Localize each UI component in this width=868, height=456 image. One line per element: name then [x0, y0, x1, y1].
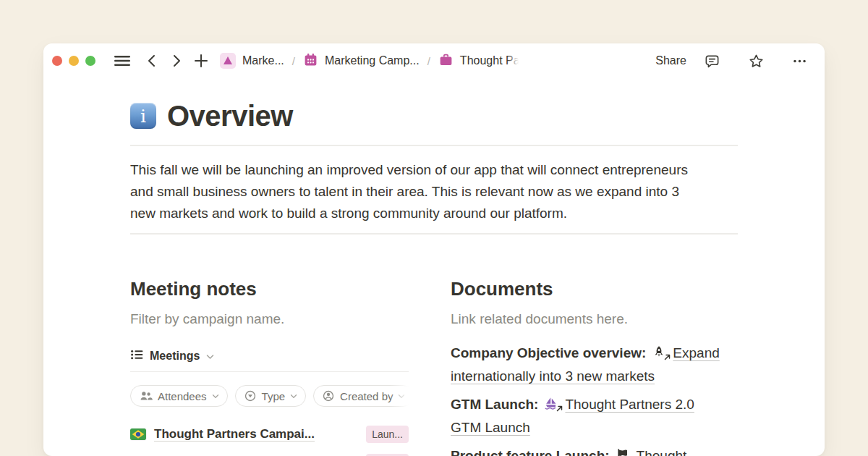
rocket-icon [652, 344, 667, 358]
type-icon [244, 389, 257, 402]
topbar-actions: Share [655, 53, 807, 69]
divider [130, 233, 738, 235]
page-title: Overview [167, 100, 293, 132]
documents-column: Documents Link related documents here. C… [451, 278, 727, 456]
filter-chip-type[interactable]: Type [235, 385, 307, 407]
divider [130, 145, 738, 146]
comments-icon[interactable] [704, 53, 720, 69]
chip-label: Attendees [158, 390, 207, 402]
breadcrumb-item-workspace[interactable]: Marke... [220, 53, 284, 69]
chevron-down-icon [212, 394, 219, 399]
chip-label: Type [262, 390, 286, 402]
divider [130, 371, 409, 372]
link-arrow-icon [556, 405, 563, 412]
filter-chip-attendees[interactable]: Attendees [130, 385, 228, 407]
meeting-notes-column: Meeting notes Filter by campaign name. M… [130, 278, 409, 456]
breadcrumb-label: Thought Pa [460, 54, 520, 67]
triangle-logo [220, 53, 236, 69]
breadcrumb-separator: / [292, 55, 295, 67]
intro-line: new markets and work to build a strong c… [130, 203, 738, 224]
documents-caption: Link related documents here. [451, 310, 727, 329]
list-item: Product feature Launch: Thought [451, 444, 727, 456]
doc-label: Product feature Launch: [451, 448, 610, 456]
traffic-lights [52, 56, 95, 66]
zoom-window-button[interactable] [85, 56, 95, 66]
meeting-notes-heading: Meeting notes [130, 278, 409, 300]
meeting-rows: Thought Partners Campai... Laun... Thoug… [130, 423, 409, 456]
list-item: GTM Launch: Thought Partners 2.0GTM Laun… [451, 393, 727, 439]
link-arrow-icon [663, 353, 671, 360]
window-topbar: Marke... / Marketing Camp... / [43, 43, 825, 78]
page-content: i Overview This fall we will be launchin… [43, 98, 825, 456]
page-title-row: i Overview [130, 98, 738, 133]
created-by-icon [322, 389, 335, 402]
documents-heading: Documents [451, 278, 727, 300]
forward-icon[interactable] [169, 54, 184, 68]
new-page-icon[interactable] [194, 54, 208, 68]
breadcrumb-label: Marke... [242, 54, 284, 67]
chevron-down-icon [290, 394, 297, 399]
breadcrumb: Marke... / Marketing Camp... / [220, 52, 520, 70]
og-canvas: { "colors": { "background": "#F5EFE3", "… [0, 0, 868, 456]
view-tab-label: Meetings [150, 350, 200, 363]
chevron-down-icon [206, 350, 214, 363]
brazil-flag-icon [130, 428, 146, 440]
flag-icon [616, 447, 631, 456]
table-row[interactable]: Thought Partners Campai... Laun... [130, 452, 409, 456]
filter-chips-row: Attendees Type [130, 384, 409, 408]
meeting-notes-caption: Filter by campaign name. [130, 310, 409, 329]
doc-label: GTM Launch: [451, 397, 538, 412]
bulleted-list-icon [130, 348, 143, 364]
two-column-layout: Meeting notes Filter by campaign name. M… [130, 278, 738, 456]
sailboat-icon [544, 395, 559, 410]
breadcrumb-separator: / [427, 55, 430, 67]
intro-line: This fall we will be launching an improv… [130, 159, 738, 181]
notion-window: Marke... / Marketing Camp... / [43, 43, 825, 456]
chip-label: Created by [340, 390, 393, 402]
intro-paragraph: This fall we will be launching an improv… [130, 159, 738, 224]
info-emoji: i [130, 103, 156, 129]
filter-chip-created-by[interactable]: Created by [313, 385, 409, 407]
breadcrumb-item-thought-partners[interactable]: Thought Pa [438, 52, 520, 70]
breadcrumb-item-marketing-campaigns[interactable]: Marketing Camp... [303, 52, 420, 70]
back-icon[interactable] [145, 54, 159, 68]
intro-line: and small business owners to talent in t… [130, 181, 738, 203]
row-title[interactable]: Thought Partners Campai... [154, 427, 315, 442]
table-row[interactable]: Thought Partners Campai... Laun... [130, 423, 409, 445]
chevron-down-icon [398, 394, 405, 399]
sidebar-toggle-icon[interactable] [114, 54, 130, 68]
attendees-icon [139, 389, 153, 402]
calendar-icon [303, 52, 318, 70]
doc-label: Company Objective overview: [451, 345, 646, 360]
database-view-tab[interactable]: Meetings [130, 347, 409, 365]
status-badge: Laun... [366, 426, 409, 443]
favorite-star-icon[interactable] [748, 53, 765, 69]
doc-page-link[interactable]: Thought [637, 448, 687, 456]
breadcrumb-label: Marketing Camp... [325, 54, 420, 67]
briefcase-icon [438, 52, 454, 70]
minimize-window-button[interactable] [69, 56, 79, 66]
document-links: Company Objective overview: Expandintern… [451, 342, 727, 456]
share-button[interactable]: Share [655, 54, 686, 67]
close-window-button[interactable] [52, 56, 62, 66]
list-item: Company Objective overview: Expandintern… [451, 342, 727, 388]
more-icon[interactable] [792, 54, 807, 69]
